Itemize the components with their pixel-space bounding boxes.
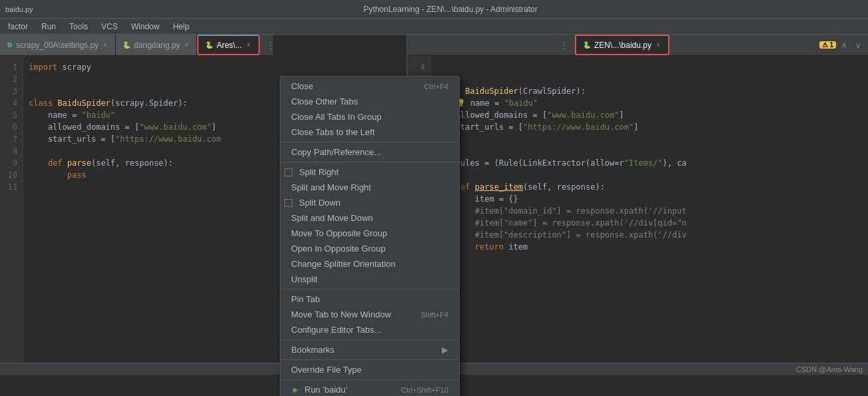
tab-settings-label: scrapy_00A\settings.py — [16, 41, 99, 50]
ctx-split-move-right-label: Split and Move Right — [291, 182, 371, 192]
ctx-configure-tabs-label: Configure Editor Tabs... — [291, 325, 382, 335]
ctx-copy-path-label: Copy Path/Reference... — [291, 147, 381, 157]
ctx-unsplit-label: Unsplit — [291, 274, 318, 284]
baidu-icon: 🐍 — [583, 41, 591, 49]
ctx-close-other[interactable]: Close Other Tabs — [280, 94, 459, 109]
menu-tools[interactable]: Tools — [64, 21, 93, 33]
ctx-run-baidu-label: Run 'baidu' — [304, 385, 347, 395]
right-tab-bar: ⋮ 🐍 ZEN\...\baidu.py × ⚠ 1 ∧ ∨ — [408, 35, 868, 56]
window-title: PythonLearning - ZEN\...\baidu.py - Admi… — [39, 5, 863, 14]
split-down-checkbox — [284, 199, 292, 207]
menu-vcs[interactable]: VCS — [96, 21, 123, 33]
right-tab-actions-left: ⋮ — [554, 35, 575, 55]
ctx-move-tab-window[interactable]: Move Tab to New Window Shift+F4 — [280, 307, 459, 322]
ctx-close-other-label: Close Other Tabs — [291, 97, 358, 106]
ctx-unsplit[interactable]: Unsplit — [280, 272, 459, 287]
context-menu: Close Ctrl+F4 Close Other Tabs Close All… — [280, 76, 460, 396]
tab-dangdang-label: dangdang.py — [134, 41, 180, 50]
settings-icon: ⚙ — [7, 41, 13, 49]
ctx-split-right[interactable]: Split Right — [280, 164, 459, 180]
ctx-move-opposite-label: Move To Opposite Group — [291, 228, 387, 238]
right-tab-actions: ⚠ 1 ∧ ∨ — [815, 35, 868, 55]
ctx-close-all-group[interactable]: Close All Tabs In Group — [280, 109, 459, 124]
right-code-area: 45 ●6 ●7 8910111213 141516171819 class B… — [408, 56, 868, 375]
ctx-override-file-type[interactable]: Override File Type — [280, 362, 459, 377]
title-bar: baidu.py PythonLearning - ZEN\...\baidu.… — [0, 0, 868, 19]
ctx-pin-tab[interactable]: Pin Tab — [280, 292, 459, 307]
ctx-split-right-label: Split Right — [299, 167, 338, 177]
left-code-area: 1234 ●5 678 ●9 1011 import scrapy class … — [0, 56, 273, 375]
tab-ares-close[interactable]: × — [245, 41, 252, 49]
ctx-close-all-group-label: Close All Tabs In Group — [291, 112, 382, 122]
ctx-close-label: Close — [291, 81, 313, 91]
sep6 — [280, 379, 459, 380]
tab-ares[interactable]: 🐍 Ares\... × — [197, 35, 260, 55]
bookmarks-arrow-icon: ▶ — [442, 345, 448, 355]
ctx-run-baidu[interactable]: ▶ Run 'baidu' Ctrl+Shift+F10 — [280, 382, 459, 396]
ctx-override-file-type-label: Override File Type — [291, 365, 362, 375]
right-code-content: class BaiduSpider(CrawlSpider): 💡 name =… — [431, 56, 868, 375]
scroll-down-btn[interactable]: ∨ — [853, 39, 864, 51]
ares-icon: 🐍 — [205, 41, 213, 49]
ctx-copy-path[interactable]: Copy Path/Reference... — [280, 144, 459, 160]
sep1 — [280, 142, 459, 142]
tab-settings[interactable]: ⚙ scrapy_00A\settings.py × — [0, 35, 116, 55]
tab-baidu[interactable]: 🐍 ZEN\...\baidu.py × — [575, 35, 669, 55]
menu-factor[interactable]: factor — [3, 21, 33, 33]
left-line-numbers: 1234 ●5 678 ●9 1011 — [0, 56, 23, 375]
ctx-split-move-down-label: Split and Move Down — [291, 213, 373, 223]
left-tab-bar: ⚙ scrapy_00A\settings.py × 🐍 dangdang.py… — [0, 35, 273, 56]
ctx-close[interactable]: Close Ctrl+F4 — [280, 79, 459, 94]
tab-baidu-close[interactable]: × — [655, 41, 661, 49]
ctx-move-opposite[interactable]: Move To Opposite Group — [280, 226, 459, 241]
file-indicator: baidu.py — [5, 5, 33, 13]
menu-window[interactable]: Window — [126, 21, 165, 33]
tab-overflow-btn[interactable]: ⋮ — [264, 39, 273, 51]
menu-bar: factor Run Tools VCS Window Help — [0, 19, 868, 35]
editor-area: ⚙ scrapy_00A\settings.py × 🐍 dangdang.py… — [0, 35, 868, 375]
tab-dangdang[interactable]: 🐍 dangdang.py × — [116, 35, 197, 55]
ctx-split-down-label: Split Down — [299, 198, 340, 208]
ctx-move-tab-window-label: Move Tab to New Window — [291, 309, 391, 319]
right-editor-panel: ⋮ 🐍 ZEN\...\baidu.py × ⚠ 1 ∧ ∨ 45 ●6 ●7 … — [406, 35, 868, 375]
sep5 — [280, 359, 459, 360]
tab-settings-close[interactable]: × — [102, 41, 109, 49]
ctx-split-down[interactable]: Split Down — [280, 195, 459, 210]
left-tab-actions: ⋮ — [260, 35, 273, 55]
ctx-change-splitter[interactable]: Change Splitter Orientation — [280, 256, 459, 272]
ctx-split-move-down[interactable]: Split and Move Down — [280, 210, 459, 226]
ctx-configure-tabs[interactable]: Configure Editor Tabs... — [280, 322, 459, 337]
sep2 — [280, 162, 459, 162]
ctx-bookmarks-label: Bookmarks — [291, 345, 334, 355]
ctx-run-baidu-shortcut: Ctrl+Shift+F10 — [401, 386, 448, 394]
right-tab-overflow-btn[interactable]: ⋮ — [558, 39, 571, 51]
menu-run[interactable]: Run — [36, 21, 61, 33]
tab-baidu-label: ZEN\...\baidu.py — [594, 41, 651, 50]
ctx-open-in-opposite-label: Open In Opposite Group — [291, 244, 386, 254]
ctx-bookmarks[interactable]: Bookmarks ▶ — [280, 342, 459, 357]
tab-dangdang-close[interactable]: × — [183, 41, 190, 49]
sep3 — [280, 289, 459, 290]
ctx-open-in-opposite[interactable]: Open In Opposite Group — [280, 241, 459, 256]
split-right-checkbox — [284, 168, 292, 176]
ctx-close-tabs-left[interactable]: Close Tabs to the Left — [280, 124, 459, 140]
menu-help[interactable]: Help — [167, 21, 195, 33]
sep4 — [280, 339, 459, 340]
ctx-split-move-right[interactable]: Split and Move Right — [280, 180, 459, 195]
scroll-up-btn[interactable]: ∧ — [839, 39, 850, 51]
ctx-pin-tab-label: Pin Tab — [291, 294, 320, 304]
warning-badge: ⚠ 1 — [819, 41, 836, 49]
run-icon: ▶ — [291, 385, 300, 395]
dangdang-icon: 🐍 — [123, 41, 131, 49]
ctx-close-tabs-left-label: Close Tabs to the Left — [291, 127, 375, 137]
ctx-move-tab-window-shortcut: Shift+F4 — [421, 311, 448, 319]
ctx-change-splitter-label: Change Splitter Orientation — [291, 259, 396, 269]
status-text: CSDN @Ares-Wang — [796, 365, 863, 373]
left-code-content: import scrapy class BaiduSpider(scrapy.S… — [23, 56, 273, 375]
tab-ares-label: Ares\... — [217, 41, 242, 50]
ctx-close-shortcut: Ctrl+F4 — [424, 83, 448, 91]
left-editor-panel: ⚙ scrapy_00A\settings.py × 🐍 dangdang.py… — [0, 35, 273, 375]
